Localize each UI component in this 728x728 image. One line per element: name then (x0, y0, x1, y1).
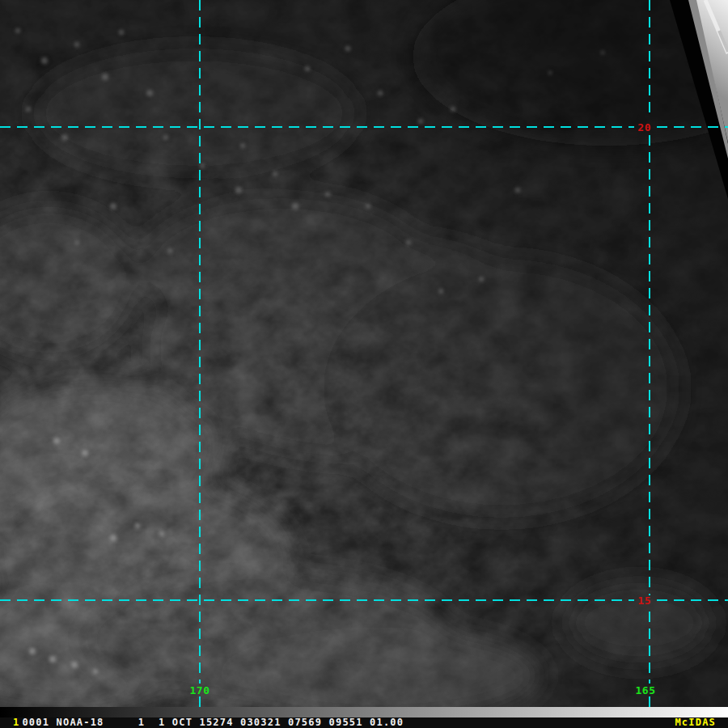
mcidas-window: 20 15 170 165 1 0001 NOAA-18 1 1 OCT 152… (0, 0, 728, 728)
satellite-cloud-image (0, 0, 728, 707)
frame-number: 1 (13, 717, 19, 728)
status-bar-left: 1 0001 NOAA-18 1 1 OCT 15274 030321 0756… (0, 717, 404, 728)
cloud-texture (0, 0, 728, 707)
mcidas-brand-label: McIDAS (675, 717, 728, 728)
status-bar: 1 0001 NOAA-18 1 1 OCT 15274 030321 0756… (0, 717, 728, 728)
image-info-text: 0001 NOAA-18 1 1 OCT 15274 030321 07569 … (22, 717, 404, 728)
satellite-image-display[interactable] (0, 0, 728, 707)
